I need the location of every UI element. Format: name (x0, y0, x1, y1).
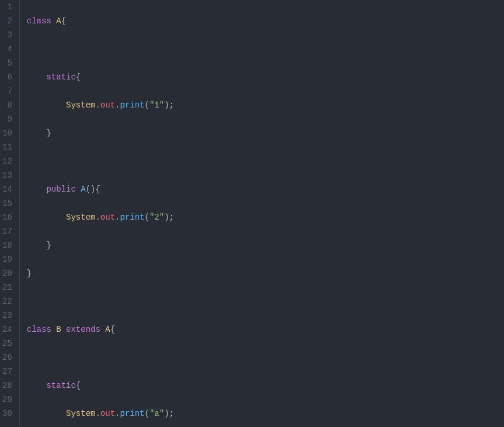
line-number: 18 (2, 238, 15, 252)
code-line[interactable]: System.out.print("1"); (27, 98, 504, 112)
line-number: 12 (2, 154, 15, 168)
code-line[interactable]: } (27, 266, 504, 280)
code-line[interactable]: System.out.print("a"); (27, 407, 504, 421)
line-number: 2 (2, 14, 15, 28)
line-number: 1 (2, 0, 15, 14)
line-number: 14 (2, 182, 15, 196)
line-number: 4 (2, 42, 15, 56)
code-editor[interactable]: 1 2 3 4 5 6 7 8 9 10 11 12 13 14 15 16 1… (0, 0, 504, 427)
line-number: 15 (2, 196, 15, 210)
line-number: 5 (2, 56, 15, 70)
line-number: 23 (2, 308, 15, 322)
code-line[interactable]: } (27, 126, 504, 140)
line-number: 8 (2, 98, 15, 112)
code-line[interactable] (27, 42, 504, 56)
line-number: 11 (2, 140, 15, 154)
line-number: 25 (2, 336, 15, 350)
line-number: 30 (2, 407, 15, 421)
line-number: 20 (2, 266, 15, 280)
line-number: 24 (2, 322, 15, 336)
line-number: 19 (2, 252, 15, 266)
line-number: 28 (2, 379, 15, 393)
line-number: 26 (2, 350, 15, 364)
code-line[interactable]: static{ (27, 70, 504, 84)
line-number: 16 (2, 210, 15, 224)
code-line[interactable]: System.out.print("2"); (27, 210, 504, 224)
code-line[interactable]: class A{ (27, 14, 504, 28)
line-number: 21 (2, 280, 15, 294)
line-number: 17 (2, 224, 15, 238)
code-line[interactable]: class B extends A{ (27, 322, 504, 336)
code-line[interactable]: public A(){ (27, 182, 504, 196)
line-number-gutter: 1 2 3 4 5 6 7 8 9 10 11 12 13 14 15 16 1… (0, 0, 20, 427)
line-number: 9 (2, 112, 15, 126)
line-number: 7 (2, 84, 15, 98)
line-number: 22 (2, 294, 15, 308)
code-line[interactable]: } (27, 238, 504, 252)
code-content[interactable]: class A{ static{ System.out.print("1"); … (20, 0, 504, 427)
line-number: 13 (2, 168, 15, 182)
line-number: 29 (2, 393, 15, 407)
code-line[interactable]: static{ (27, 379, 504, 393)
line-number: 6 (2, 70, 15, 84)
code-line[interactable] (27, 350, 504, 364)
line-number: 27 (2, 364, 15, 379)
line-number: 10 (2, 126, 15, 140)
line-number: 3 (2, 28, 15, 42)
code-line[interactable] (27, 154, 504, 168)
code-line[interactable] (27, 294, 504, 308)
